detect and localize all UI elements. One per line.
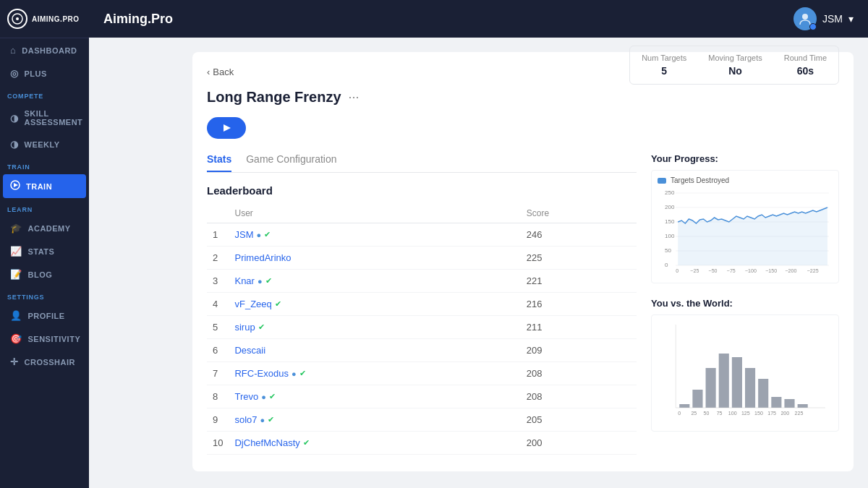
home-icon: ⌂ (10, 45, 16, 56)
username-text: PrimedArinko (234, 252, 291, 263)
username-text: vF_Zeeq (234, 299, 271, 309)
svg-text:200: 200 (780, 411, 789, 416)
sidebar-nav: ⌂ Dashboard ◎ Plus COMPETE ◑ Skill Asses… (0, 38, 89, 374)
verified-icon: ● (292, 369, 297, 378)
sidebar-item-blog[interactable]: 📝 Blog (3, 263, 86, 286)
user-cell[interactable]: JSM ● ✔ (229, 223, 520, 247)
tab-stats[interactable]: Stats (207, 153, 231, 172)
table-row: 7 RFC-Exodus ● ✔ 208 (207, 362, 637, 385)
tab-game-configuration[interactable]: Game Configuration (246, 153, 336, 172)
svg-text:0: 0 (678, 411, 681, 416)
blog-icon: 📝 (10, 269, 22, 280)
check-icon: ✔ (265, 276, 272, 286)
sidebar-item-train[interactable]: Train (3, 174, 86, 198)
score-cell: 225 (521, 247, 637, 270)
username-text: sirup (234, 322, 255, 333)
svg-text:~25: ~25 (690, 268, 699, 273)
username-text: Trevo (234, 391, 258, 402)
username-text: RFC-Exodus (234, 368, 288, 379)
rank-cell: 7 (207, 362, 229, 385)
svg-text:150: 150 (665, 218, 675, 225)
svg-text:0: 0 (665, 262, 668, 268)
svg-text:~50: ~50 (709, 268, 718, 273)
user-cell[interactable]: Descaii (229, 339, 520, 362)
crosshair-icon: ✛ (10, 356, 19, 367)
progress-chart-section: Your Progress: Targets Destroyed 250 200… (651, 153, 839, 283)
progress-chart-title: Your Progress: (651, 153, 839, 164)
sidebar-item-crosshair[interactable]: ✛ Crosshair (3, 351, 86, 373)
tabs: Stats Game Configuration (207, 153, 637, 173)
svg-text:25: 25 (691, 411, 697, 416)
num-targets-value: 5 (661, 65, 667, 77)
svg-point-4 (802, 14, 808, 20)
username-text: Knar (234, 275, 254, 286)
score-cell: 200 (521, 432, 637, 455)
table-row: 5 sirup ✔ 211 (207, 316, 637, 339)
back-label: Back (213, 67, 234, 77)
user-cell[interactable]: sirup ✔ (229, 316, 520, 339)
sidebar-item-plus[interactable]: ◎ Plus (3, 62, 86, 85)
rank-cell: 10 (207, 432, 229, 455)
score-cell: 208 (521, 385, 637, 408)
svg-rect-35 (771, 397, 781, 408)
check-icon: ✔ (299, 369, 306, 378)
svg-text:~200: ~200 (785, 268, 796, 273)
svg-text:50: 50 (704, 411, 710, 416)
train-icon (10, 180, 20, 192)
verified-icon: ● (260, 416, 265, 424)
sidebar: AIMING.PRO ⌂ Dashboard ◎ Plus COMPETE ◑ … (0, 0, 89, 488)
sidebar-item-dashboard[interactable]: ⌂ Dashboard (3, 39, 86, 61)
logo-icon (7, 9, 27, 29)
svg-text:175: 175 (767, 411, 776, 416)
sidebar-item-profile[interactable]: 👤 Profile (3, 304, 86, 327)
more-options-button[interactable]: ··· (349, 90, 359, 105)
sidebar-item-academy[interactable]: 🎓 Academy (3, 217, 86, 239)
table-row: 10 DjChefMcNasty ✔ 200 (207, 432, 637, 455)
user-cell[interactable]: PrimedArinko (229, 247, 520, 270)
user-cell[interactable]: vF_Zeeq ✔ (229, 293, 520, 316)
logo[interactable]: AIMING.PRO (0, 0, 89, 38)
svg-rect-34 (758, 379, 768, 408)
avatar-badge (809, 23, 817, 30)
progress-chart-svg: 250 200 150 100 50 0 (658, 187, 833, 274)
world-chart-title: You vs. the World: (651, 298, 839, 309)
svg-text:100: 100 (728, 411, 737, 416)
user-cell[interactable]: solo7 ● ✔ (229, 408, 520, 432)
rank-cell: 5 (207, 316, 229, 339)
check-icon: ✔ (258, 322, 265, 332)
section-label-compete: COMPETE (0, 85, 89, 103)
moving-targets-value: No (728, 65, 742, 77)
logo-text: AIMING.PRO (32, 15, 80, 23)
verified-icon: ● (261, 393, 266, 401)
score-cell: 211 (521, 316, 637, 339)
sidebar-item-weekly[interactable]: ◑ Weekly (3, 133, 86, 155)
user-cell[interactable]: RFC-Exodus ● ✔ (229, 362, 520, 385)
sidebar-item-stats[interactable]: 📈 Stats (3, 240, 86, 262)
chevron-down-icon: ▾ (848, 13, 854, 25)
stats-icon: 📈 (10, 246, 22, 257)
section-label-train: TRAIN (0, 156, 89, 174)
svg-rect-31 (719, 354, 729, 408)
legend-dot (658, 178, 666, 184)
page-title: Long Range Frenzy (207, 89, 341, 106)
user-menu[interactable]: JSM ▾ (793, 7, 854, 30)
svg-rect-29 (692, 390, 702, 408)
sidebar-item-sensitivity[interactable]: 🎯 Sensitivity (3, 328, 86, 350)
svg-text:75: 75 (717, 411, 723, 416)
user-cell[interactable]: DjChefMcNasty ✔ (229, 432, 520, 455)
check-icon: ✔ (303, 438, 310, 448)
svg-point-1 (16, 17, 19, 20)
rank-cell: 1 (207, 223, 229, 247)
leaderboard-table: User Score 1 JSM ● ✔ 246 2 (207, 204, 637, 455)
header-title: Aiming.Pro (103, 12, 793, 27)
svg-text:100: 100 (665, 233, 675, 239)
check-icon: ✔ (264, 230, 271, 239)
rank-cell: 4 (207, 293, 229, 316)
play-button[interactable] (207, 117, 246, 139)
score-cell: 209 (521, 339, 637, 362)
col-user: User (229, 204, 520, 223)
svg-text:200: 200 (665, 204, 675, 210)
sidebar-item-skill-assessment[interactable]: ◑ Skill Assessment (3, 103, 86, 132)
user-cell[interactable]: Trevo ● ✔ (229, 385, 520, 408)
user-cell[interactable]: Knar ● ✔ (229, 270, 520, 293)
